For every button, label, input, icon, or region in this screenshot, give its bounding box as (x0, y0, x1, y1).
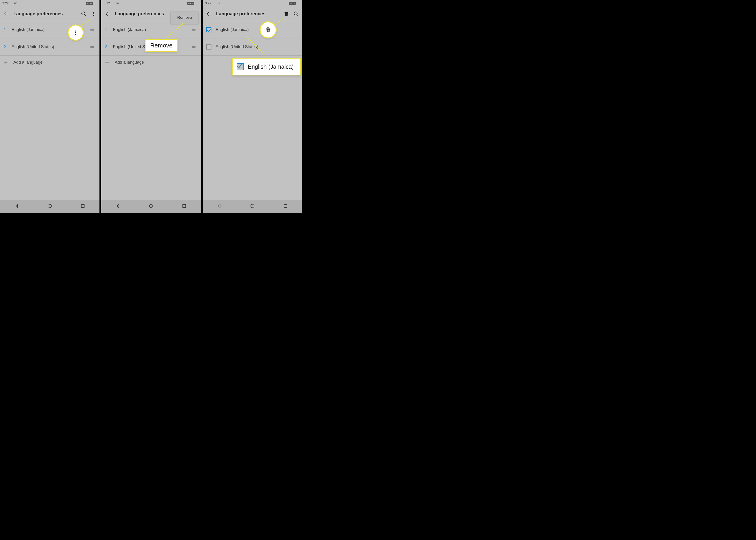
arrow-left-icon (3, 11, 9, 17)
add-language-button[interactable]: Add a language (0, 56, 99, 69)
drag-handle[interactable] (89, 46, 96, 48)
nav-bar (203, 200, 302, 213)
plus-icon (3, 60, 8, 65)
svg-point-7 (75, 34, 76, 35)
callout-selected-language: English (Jamaica) (232, 58, 301, 75)
callout-item-label: English (Jamaica) (248, 64, 294, 70)
row-label: English (Jamaica) (216, 27, 298, 32)
nav-home[interactable] (149, 203, 154, 209)
svg-line-16 (248, 38, 268, 58)
nav-bar (0, 200, 99, 213)
language-row[interactable]: 2 English (United States) (0, 39, 99, 56)
volte-badge: VoLTE (86, 2, 93, 5)
checkbox-icon (237, 63, 244, 70)
svg-point-18 (251, 204, 254, 208)
nav-home[interactable] (250, 203, 255, 209)
nav-recent[interactable] (283, 203, 288, 209)
svg-rect-9 (81, 204, 84, 207)
hd-icon: HD (14, 2, 18, 4)
callout-delete-button (261, 22, 276, 38)
page-title: Language preferences (216, 11, 281, 16)
hd-icon: HD (115, 2, 119, 4)
svg-point-2 (93, 15, 94, 16)
svg-point-6 (75, 32, 76, 33)
status-bar: 3:22 HD VoLTE (101, 0, 201, 6)
more-button[interactable] (89, 9, 98, 19)
more-vert-icon (73, 30, 78, 36)
drag-icon (191, 46, 196, 48)
drag-icon (191, 29, 196, 31)
screen-b: 3:22 HD VoLTE Language preferences Remov… (101, 0, 201, 213)
language-row[interactable]: English (Jamaica) (203, 21, 302, 39)
drag-handle[interactable] (190, 46, 197, 48)
svg-point-5 (75, 31, 76, 32)
menu-item-remove[interactable]: Remove (177, 15, 192, 20)
nav-back[interactable] (115, 203, 121, 209)
toolbar: Language preferences (203, 6, 302, 21)
svg-point-0 (93, 12, 94, 13)
volte-badge: VoLTE (187, 2, 194, 5)
screen-a: 3:22 HD VoLTE Language preferences (0, 0, 99, 213)
callout-more-button (68, 26, 83, 40)
svg-line-10 (164, 24, 182, 41)
back-button[interactable] (103, 9, 112, 19)
row-index: 2 (4, 45, 12, 49)
row-label: English (United States) (12, 45, 89, 49)
search-button[interactable] (291, 9, 301, 19)
svg-rect-19 (284, 204, 287, 207)
nav-bar (101, 200, 201, 213)
callout-remove-label: Remove (150, 42, 172, 49)
arrow-left-icon (105, 11, 110, 17)
svg-point-12 (150, 204, 153, 208)
screen-c: 3:22 HD VoLTE Language preferences (203, 0, 302, 213)
delete-button[interactable] (282, 9, 291, 19)
search-icon (293, 11, 299, 17)
add-language-label: Add a language (13, 60, 43, 65)
search-icon (81, 11, 86, 17)
checkbox[interactable] (206, 45, 211, 50)
language-row[interactable]: 1 English (Jamaica) (101, 21, 201, 39)
status-time: 3:22 (2, 1, 9, 5)
svg-point-8 (48, 204, 52, 208)
hd-icon: HD (217, 2, 220, 4)
checkbox[interactable] (206, 27, 211, 32)
svg-point-15 (283, 18, 284, 19)
more-vert-icon (91, 11, 96, 17)
row-index: 1 (105, 28, 113, 32)
back-button[interactable] (1, 9, 11, 19)
nav-back[interactable] (14, 203, 19, 209)
nav-recent[interactable] (80, 203, 85, 209)
svg-point-11 (181, 23, 183, 25)
back-button[interactable] (204, 9, 213, 19)
callout-remove: Remove (145, 39, 178, 52)
nav-home[interactable] (47, 203, 52, 209)
drag-icon (90, 46, 95, 48)
arrow-left-icon (206, 11, 211, 17)
status-bar: 3:22 HD VoLTE (0, 0, 99, 6)
menu-popup: Remove (171, 12, 198, 24)
svg-rect-13 (183, 204, 186, 207)
page-title: Language preferences (13, 11, 79, 16)
add-language-label: Add a language (115, 60, 144, 65)
volte-badge: VoLTE (289, 2, 296, 5)
drag-handle[interactable] (190, 29, 197, 31)
trash-icon (283, 11, 289, 17)
trash-icon (265, 27, 271, 33)
nav-recent[interactable] (181, 203, 187, 209)
status-time: 3:22 (104, 1, 110, 5)
plus-icon (105, 60, 110, 65)
add-language-button[interactable]: Add a language (101, 56, 201, 69)
status-bar: 3:22 HD VoLTE (203, 0, 302, 6)
status-time: 3:22 (205, 1, 211, 5)
row-index: 1 (4, 28, 12, 32)
nav-back[interactable] (217, 203, 222, 209)
svg-point-1 (93, 13, 94, 14)
row-index: 2 (105, 45, 113, 49)
search-button[interactable] (79, 9, 88, 19)
svg-line-14 (274, 19, 283, 26)
